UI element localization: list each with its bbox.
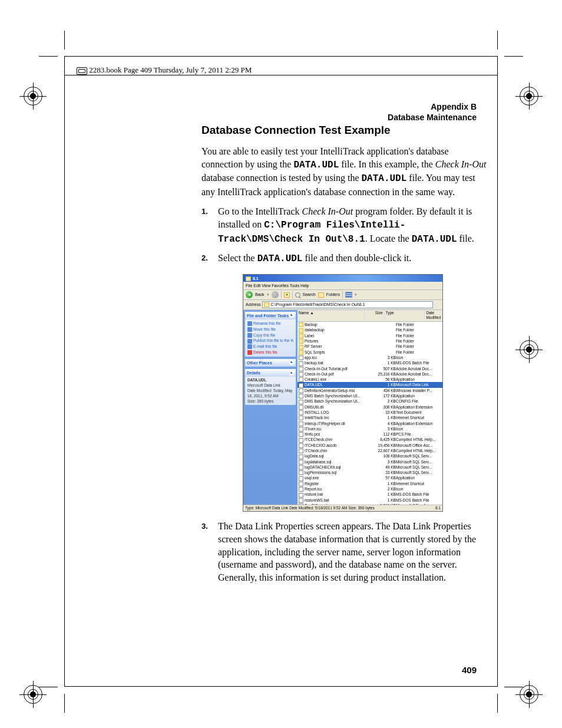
up-icon[interactable] <box>284 292 290 298</box>
folder-icon <box>264 302 269 307</box>
task-link[interactable]: Rename this file <box>247 321 293 327</box>
file-row[interactable]: SecCIO.accde5,368 KBMicrosoft Office Acc… <box>297 503 442 505</box>
file-row[interactable]: DefinitionGeneratorSetup.msi434 KBWindow… <box>297 388 442 393</box>
file-row[interactable]: RF ServerFile Folder5/18/2011 9:52 AM <box>297 344 442 349</box>
file-row[interactable]: LabelFile Folder5/18/2011 9:52 AM <box>297 333 442 338</box>
status-bar: Type: Microsoft Data Link Date Modified:… <box>243 505 442 512</box>
chevron-up-icon <box>289 313 294 318</box>
back-label[interactable]: Back <box>255 292 265 297</box>
back-button[interactable]: ◄ <box>246 291 253 298</box>
explorer-screenshot: 8.1 File Edit View Favorites Tools Help … <box>243 274 443 512</box>
file-row[interactable]: ITCheck.chm22,667 KBCompiled HTML Help..… <box>297 448 442 453</box>
file-row[interactable]: restoreWS.bat1 KBMS-DOS Batch File5/18/2… <box>297 498 442 503</box>
file-row[interactable]: restore.bat1 KBMS-DOS Batch File5/18/201… <box>297 492 442 497</box>
file-row[interactable]: osql.exe57 KBApplication4/18/2001 12:22 … <box>297 475 442 480</box>
file-row[interactable]: logData.sql108 KBMicrosoft SQL Serv...5/… <box>297 453 442 459</box>
file-list-pane: Name ▲ Size Type Date Modified BackupFil… <box>297 310 442 505</box>
file-row[interactable]: ITbom.ico3 KBIcon7/25/2004 1:39 PM <box>297 426 442 431</box>
column-headers[interactable]: Name ▲ Size Type Date Modified <box>297 310 442 322</box>
crop-mark <box>504 687 523 687</box>
task-link[interactable]: Delete this file <box>247 350 293 355</box>
address-bar: Address C:\Program Files\IntelliTrack\DM… <box>243 300 442 309</box>
details-filename: DATA.UDL <box>247 378 293 383</box>
file-row[interactable]: Interop.ITIRegHelper.dll4 KBApplication … <box>297 421 442 426</box>
task-link[interactable]: E-mail this file <box>247 344 293 350</box>
file-row[interactable]: Register1 KBInternet Shortcut1/9/2008 3:… <box>297 481 442 486</box>
step-3: 3. The Data Link Properties screen appea… <box>201 520 487 584</box>
file-row[interactable]: PicturesFile Folder5/18/2011 9:52 AM <box>297 338 442 344</box>
file-row[interactable]: SQL ScriptsFile Folder5/18/2011 9:47 AM <box>297 350 442 355</box>
book-header: 2283.book Page 409 Thursday, July 7, 201… <box>77 65 252 75</box>
registration-mark <box>19 83 47 110</box>
file-row[interactable]: DMS Batch Synchronization Ut...172 KBApp… <box>297 393 442 398</box>
menu-bar[interactable]: File Edit View Favorites Tools Help <box>243 282 442 290</box>
registration-mark <box>515 83 543 110</box>
crop-mark <box>497 694 498 713</box>
address-input[interactable]: C:\Program Files\IntelliTrack\DMS\Check … <box>262 301 433 308</box>
file-row[interactable]: logdatabase.sql3 KBMicrosoft SQL Serv...… <box>297 459 442 465</box>
section-title: Database Connection Test Example <box>201 124 487 137</box>
step-2: 2. Select the DATA.UDL file and then dou… <box>201 252 487 266</box>
registration-mark <box>515 681 543 708</box>
file-row[interactable]: logPermissions.sql33 KBMicrosoft SQL Ser… <box>297 470 442 475</box>
file-row[interactable]: BackupFile Folder5/18/2011 9:52 AM <box>297 322 442 327</box>
file-row[interactable]: IntelliTrack Inc1 KBInternet Shortcut2/5… <box>297 415 442 420</box>
crop-mark <box>39 687 58 687</box>
page-number: 409 <box>462 665 477 675</box>
crop-mark <box>64 694 65 713</box>
file-row[interactable]: CreateLI.exe56 KBApplication6/28/2008 3:… <box>297 377 442 382</box>
folders-icon[interactable] <box>318 292 324 298</box>
task-link[interactable]: Move this file <box>247 327 293 332</box>
search-button[interactable]: Search <box>303 292 316 297</box>
file-row[interactable]: INSTALL.LOG33 KBText Document5/18/2011 9… <box>297 410 442 415</box>
window-titlebar: 8.1 <box>243 275 442 282</box>
forward-button[interactable] <box>272 291 279 298</box>
step-1: 1. Go to the IntelliTrack Check In-Out p… <box>201 205 487 246</box>
file-row[interactable]: ItInfo.pcs112 KBPCS File12/2/1999 8:02 A… <box>297 431 442 437</box>
other-places-header[interactable]: Other Places <box>245 359 296 367</box>
intro-paragraph: You are able to easily test your Intelli… <box>201 145 487 198</box>
crop-mark <box>504 56 523 57</box>
search-icon[interactable] <box>295 292 300 298</box>
task-pane: File and Folder Tasks Rename this fileMo… <box>243 310 297 505</box>
file-row[interactable]: app.ico3 KBIcon7/25/2004 1:38 PM <box>297 355 442 360</box>
file-row[interactable]: Check-In-Out Tutorial.pdf507 KBAdobe Acr… <box>297 366 442 371</box>
registration-mark <box>19 681 47 708</box>
file-row[interactable]: DMS Batch Synchronization Ut...2 KBCONFI… <box>297 398 442 404</box>
chevron-up-icon <box>289 371 294 375</box>
crop-mark <box>497 31 498 50</box>
task-link[interactable]: Publish this file to the Web <box>247 338 293 344</box>
details-type: Microsoft Data Link <box>247 383 293 388</box>
details-modified: Date Modified: Today, May 18, 2011, 9:52… <box>247 388 293 399</box>
file-row[interactable]: ITCECheck.chm8,425 KBCompiled HTML Help.… <box>297 437 442 442</box>
tasks-header[interactable]: File and Folder Tasks <box>245 312 296 319</box>
file-row[interactable]: Check-In-Out.pdf25,216 KBAdobe Acrobat D… <box>297 371 442 377</box>
details-size: Size: 390 bytes <box>247 399 293 404</box>
details-header[interactable]: Details <box>245 369 296 377</box>
file-row[interactable]: backup.bat1 KBMS-DOS Batch File5/18/2011… <box>297 360 442 365</box>
views-icon[interactable] <box>345 292 352 298</box>
folders-button[interactable]: Folders <box>326 292 340 297</box>
file-row[interactable]: ITCHECKIO.accdb19,456 KBMicrosoft Office… <box>297 443 442 448</box>
folder-icon <box>246 276 251 281</box>
crop-mark <box>39 56 58 57</box>
chevron-down-icon <box>289 360 294 365</box>
file-row[interactable]: Report.ico2 KBIcon8/15/1995 2:00 AM <box>297 486 442 492</box>
file-row[interactable]: DMSUtil.dll208 KBApplication Extension5/… <box>297 404 442 410</box>
running-header: Appendix B Database Maintenance <box>388 101 477 123</box>
file-row[interactable]: databackupFile Folder5/18/2011 9:52 AM <box>297 327 442 332</box>
crop-mark <box>64 31 65 50</box>
registration-mark <box>515 336 543 363</box>
file-row[interactable]: logDATACHECKIt.sql49 KBMicrosoft SQL Ser… <box>297 465 442 470</box>
task-link[interactable]: Copy this file <box>247 332 293 338</box>
toolbar: ◄ Back ▾ Search Folders ▾ <box>243 290 442 300</box>
file-row[interactable]: DATA.UDL1 KBMicrosoft Data Link5/18/2011… <box>297 382 442 387</box>
